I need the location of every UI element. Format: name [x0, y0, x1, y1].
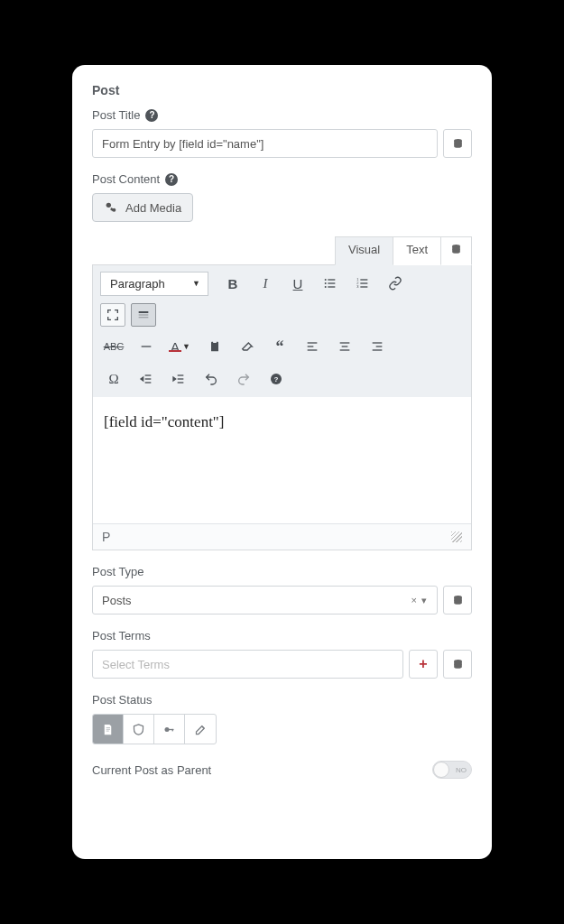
help-icon[interactable]: ? — [165, 173, 178, 186]
svg-point-8 — [325, 286, 327, 288]
align-center-button[interactable] — [331, 334, 358, 359]
indent-button[interactable] — [165, 366, 192, 392]
post-type-row: Posts × ▾ — [92, 586, 472, 614]
status-draft-button[interactable] — [185, 715, 216, 744]
post-title-input[interactable] — [92, 129, 438, 158]
text-color-button[interactable]: A ▼ — [165, 334, 196, 359]
svg-point-4 — [325, 279, 327, 281]
editor-content-area[interactable]: [field id="content"] — [93, 397, 471, 523]
editor-path: P — [102, 530, 110, 544]
post-content-label: Post Content — [92, 172, 160, 186]
svg-rect-46 — [172, 728, 173, 731]
edit-icon — [194, 723, 208, 736]
status-private-button[interactable] — [124, 715, 154, 744]
add-media-button[interactable]: Add Media — [92, 193, 193, 222]
clear-formatting-button[interactable] — [234, 334, 261, 359]
svg-text:3: 3 — [356, 284, 359, 289]
svg-rect-9 — [328, 286, 335, 287]
clear-and-chevron-icon[interactable]: × ▾ — [411, 595, 428, 606]
align-right-icon — [370, 339, 384, 354]
status-publish-button[interactable] — [93, 715, 124, 744]
outdent-icon — [139, 372, 153, 386]
svg-rect-5 — [328, 279, 335, 280]
paste-button[interactable] — [201, 334, 228, 359]
svg-rect-42 — [106, 728, 110, 729]
post-status-label: Post Status — [92, 693, 152, 707]
fullscreen-button[interactable] — [100, 303, 125, 327]
italic-button[interactable]: I — [252, 271, 279, 296]
align-left-icon — [305, 339, 319, 354]
blockquote-button[interactable]: “ — [266, 334, 293, 359]
align-left-button[interactable] — [299, 334, 326, 359]
undo-button[interactable] — [198, 366, 225, 392]
toolbar-toggle-icon — [136, 308, 151, 322]
help-button[interactable]: ? — [263, 366, 290, 392]
help-icon[interactable]: ? — [145, 109, 158, 122]
post-title-label-row: Post Title ? — [92, 108, 472, 122]
redo-button[interactable] — [230, 366, 257, 392]
editor-tabs: Visual Text — [92, 236, 472, 265]
editor-toolbar: Paragraph B I U 123 ABC — [93, 265, 471, 397]
toolbar-toggle-button[interactable] — [131, 303, 156, 327]
database-icon-button[interactable] — [443, 129, 472, 158]
undo-icon — [204, 372, 218, 386]
tab-visual[interactable]: Visual — [335, 236, 393, 265]
bold-button[interactable]: B — [219, 271, 246, 296]
hr-button[interactable] — [133, 334, 160, 359]
database-icon-button[interactable] — [443, 586, 472, 614]
post-type-select[interactable]: Posts × ▾ — [92, 586, 438, 614]
svg-rect-18 — [139, 317, 149, 318]
post-settings-panel: Post Post Title ? Post Content ? Add Med… — [72, 65, 492, 859]
post-terms-row: Select Terms + — [92, 650, 472, 679]
post-content-label-row: Post Content ? — [92, 172, 472, 186]
svg-point-2 — [112, 208, 116, 212]
parent-toggle-row: Current Post as Parent NO — [92, 761, 472, 779]
numbered-list-button[interactable]: 123 — [349, 271, 376, 296]
svg-rect-13 — [360, 282, 367, 283]
parent-toggle-label: Current Post as Parent — [92, 763, 211, 777]
bullet-list-button[interactable] — [317, 271, 344, 296]
svg-text:?: ? — [274, 375, 279, 383]
svg-rect-43 — [106, 730, 109, 731]
svg-rect-20 — [211, 342, 218, 352]
camera-icon — [104, 200, 118, 215]
format-select[interactable]: Paragraph — [100, 272, 208, 296]
page-icon — [101, 723, 115, 736]
post-type-label-row: Post Type — [92, 565, 472, 578]
post-status-buttons — [92, 714, 217, 744]
svg-rect-17 — [139, 314, 149, 315]
post-terms-select[interactable]: Select Terms — [92, 650, 403, 679]
svg-rect-21 — [213, 340, 217, 343]
link-button[interactable] — [382, 271, 409, 296]
bullet-list-icon — [323, 276, 337, 291]
toggle-knob — [433, 762, 449, 778]
clipboard-icon — [208, 339, 222, 354]
wysiwyg-editor: Paragraph B I U 123 ABC — [92, 264, 472, 550]
database-icon-button[interactable] — [441, 236, 472, 265]
question-circle-icon: ? — [269, 372, 283, 386]
post-terms-label-row: Post Terms — [92, 629, 472, 642]
post-type-label: Post Type — [92, 565, 144, 578]
add-term-button[interactable]: + — [409, 650, 438, 679]
post-status-label-row: Post Status — [92, 693, 472, 707]
post-title-label: Post Title — [92, 108, 140, 122]
outdent-button[interactable] — [133, 366, 160, 392]
status-password-button[interactable] — [154, 715, 185, 744]
underline-button[interactable]: U — [284, 271, 311, 296]
align-right-button[interactable] — [364, 334, 391, 359]
svg-rect-16 — [139, 311, 149, 313]
post-title-row — [92, 129, 472, 158]
resize-handle[interactable] — [451, 531, 462, 542]
link-icon — [388, 276, 402, 291]
database-icon-button[interactable] — [443, 650, 472, 679]
key-icon — [162, 723, 176, 736]
parent-toggle[interactable]: NO — [432, 761, 472, 779]
tab-text[interactable]: Text — [393, 236, 441, 265]
shield-icon — [132, 723, 145, 736]
special-char-button[interactable]: Ω — [100, 366, 127, 392]
strikethrough-button[interactable]: ABC — [100, 334, 127, 359]
svg-rect-11 — [360, 279, 367, 280]
svg-rect-15 — [360, 286, 367, 287]
align-center-icon — [337, 339, 352, 354]
add-media-row: Add Media — [92, 193, 472, 222]
